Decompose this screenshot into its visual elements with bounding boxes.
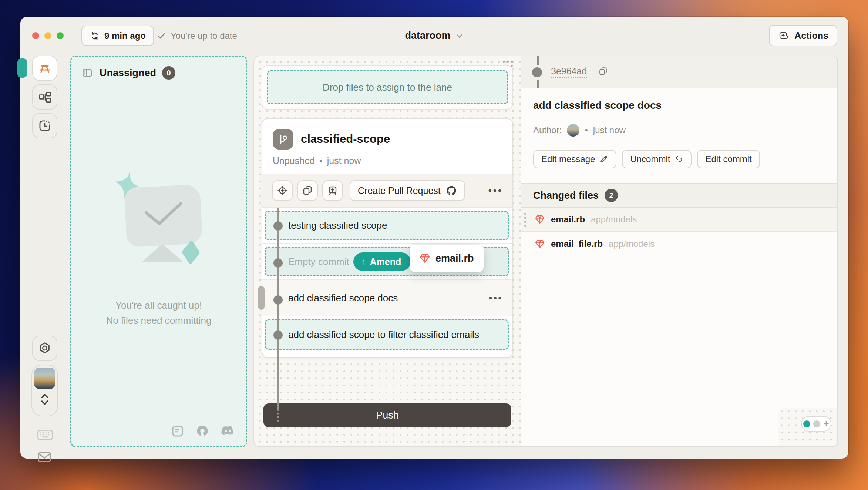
separator-dot: • — [585, 125, 588, 135]
commit-details: add classified scope docs Author: • just… — [521, 88, 837, 168]
feedback-button[interactable] — [37, 450, 52, 464]
commit-graph-line-tail — [277, 409, 279, 422]
branch-more-menu[interactable]: ••• — [488, 185, 503, 197]
file-path: app/models — [609, 239, 655, 249]
branch-status-row: Unpushed • just now — [273, 155, 502, 166]
changed-files-title: Changed files — [533, 190, 599, 201]
github-icon — [446, 185, 457, 196]
commit-message: add classified scope docs — [288, 292, 398, 304]
commit-row-add-classified-scope-docs[interactable]: add classified scope docs ••• — [262, 280, 512, 316]
open-source-keyhole-icon-button[interactable] — [195, 424, 210, 439]
empty-state-line2: No files need committing — [106, 313, 212, 328]
graph-line — [537, 80, 539, 88]
add-lane-button[interactable]: + — [823, 419, 829, 428]
arrow-up-icon: ↑ — [361, 256, 366, 267]
branch-head-icon — [273, 129, 293, 150]
commit-row-testing-classified-scope[interactable]: testing classified scope — [262, 208, 512, 244]
commit-target-button[interactable] — [272, 180, 293, 201]
row-drag-handle[interactable] — [258, 286, 265, 310]
amend-label: Amend — [370, 256, 401, 267]
nav-history-button[interactable] — [32, 113, 57, 138]
ruby-gem-icon — [419, 253, 430, 264]
edit-commit-button[interactable]: Edit commit — [697, 150, 760, 168]
keyboard-shortcuts-button[interactable] — [37, 428, 54, 442]
graph-line — [537, 56, 539, 65]
picnic-table-icon — [37, 61, 52, 75]
file-drag-handle-icon[interactable] — [524, 213, 526, 227]
file-name: email.rb — [551, 214, 585, 225]
document-icon-button[interactable] — [171, 424, 185, 438]
project-name: dataroom — [405, 30, 450, 41]
account-switcher[interactable] — [31, 365, 58, 416]
chevron-up-down-icon — [39, 392, 50, 407]
new-dependent-branch-button[interactable] — [322, 180, 343, 201]
actions-button[interactable]: Actions — [769, 25, 837, 46]
up-to-date-label: You're up to date — [171, 31, 237, 41]
workspace-tab-notch — [17, 58, 27, 78]
copy-branch-button[interactable] — [297, 180, 318, 201]
keyboard-icon — [37, 428, 54, 442]
pencil-icon — [599, 155, 608, 164]
branch-header: classified-scope Unpushed • just now — [262, 119, 512, 174]
commit-row-empty-commit[interactable]: Empty commit ge ↑ Amend — [262, 244, 512, 280]
nav-workspace-button[interactable] — [32, 56, 57, 81]
sync-button[interactable]: 9 min ago — [81, 26, 154, 46]
minimize-window-button[interactable] — [44, 32, 51, 39]
undo-arrow-icon — [674, 155, 683, 164]
changed-files-count-badge: 2 — [605, 189, 618, 202]
file-row-email-file-rb[interactable]: email_file.rb app/models — [521, 232, 837, 256]
branch-actions-row: Create Pull Request ••• — [262, 174, 512, 208]
push-button[interactable]: Push — [263, 403, 511, 427]
commit-row-add-classified-scope-filter[interactable]: add classified scope to filter classifie… — [262, 316, 512, 353]
inactive-lane-dot[interactable] — [813, 420, 820, 427]
sparkle-badge-icon — [778, 30, 790, 41]
author-time: just now — [593, 125, 626, 135]
file-row-email-rb[interactable]: email.rb app/models — [521, 208, 837, 232]
commit-dot — [273, 221, 283, 231]
dragged-file-name: email.rb — [435, 253, 474, 264]
drop-zone[interactable]: Drop files to assign to the lane — [262, 65, 513, 110]
edit-commit-label: Edit commit — [705, 154, 751, 164]
create-pull-request-button[interactable]: Create Pull Request — [350, 180, 465, 201]
dragged-file-chip[interactable]: email.rb — [410, 245, 484, 272]
nav-branches-button[interactable] — [32, 84, 57, 110]
commit-graph-line — [277, 208, 279, 409]
titlebar: 9 min ago You're up to date dataroom Act… — [20, 17, 848, 54]
file-path: app/models — [591, 214, 637, 225]
project-switcher[interactable]: dataroom — [405, 26, 464, 46]
commit-message: add classified scope to filter classifie… — [288, 329, 479, 340]
split-square-icon — [81, 67, 94, 79]
commit-list: testing classified scope Empty commit ge… — [262, 208, 512, 357]
commit-message: testing classified scope — [288, 220, 387, 231]
author-row: Author: • just now — [533, 124, 825, 137]
commit-hash-link[interactable]: 3e964ad — [551, 66, 587, 78]
uncommit-label: Uncommit — [630, 154, 670, 164]
amend-pill[interactable]: ↑ Amend — [353, 252, 411, 271]
copy-icon[interactable] — [598, 66, 608, 78]
zoom-window-button[interactable] — [57, 32, 64, 39]
commit-message: Empty commit — [288, 256, 349, 268]
uncommit-button[interactable]: Uncommit — [622, 150, 692, 168]
sync-label: 9 min ago — [104, 31, 146, 41]
active-lane-dot[interactable] — [803, 420, 810, 427]
commit-action-buttons: Edit message Uncommit Edit commit — [533, 150, 825, 168]
close-window-button[interactable] — [32, 32, 39, 39]
commit-dot — [273, 330, 283, 340]
check-icon — [157, 31, 166, 41]
commit-more-menu[interactable]: ••• — [489, 293, 503, 303]
empty-state-line1: You're all caught up! — [106, 298, 212, 313]
edit-message-button[interactable]: Edit message — [533, 150, 616, 168]
mail-icon — [37, 450, 52, 464]
monitor-shape — [124, 184, 203, 248]
unassigned-count-badge: 0 — [162, 66, 175, 80]
branches-icon — [38, 90, 52, 104]
changed-files-header: Changed files 2 — [521, 183, 837, 208]
separator-dot: • — [319, 155, 323, 166]
settings-button[interactable] — [32, 336, 57, 361]
file-name: email_file.rb — [551, 239, 603, 249]
lane-switcher[interactable]: + — [801, 416, 831, 432]
avatar — [34, 368, 55, 389]
discord-icon-button[interactable] — [220, 425, 236, 437]
gear-icon — [38, 341, 52, 355]
branch-status: Unpushed — [273, 155, 315, 166]
